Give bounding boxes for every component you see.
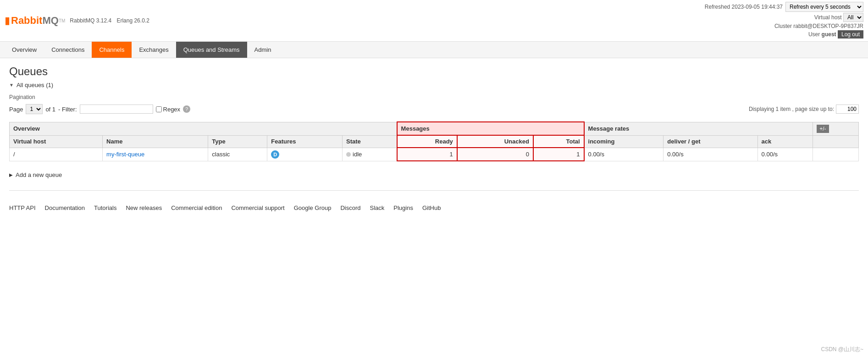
nav-overview[interactable]: Overview xyxy=(5,42,44,58)
footer-link-google-group[interactable]: Google Group xyxy=(294,204,332,211)
regex-label: Regex xyxy=(156,106,181,113)
all-queues-label: All queues (1) xyxy=(17,82,53,88)
user-value: guest xyxy=(822,31,836,38)
top-bar: ▮ RabbitMQTM RabbitMQ 3.12.4 Erlang 26.0… xyxy=(0,0,868,42)
add-queue-label: Add a new queue xyxy=(16,171,62,178)
state-dot-icon xyxy=(346,152,351,157)
footer-divider xyxy=(9,190,859,191)
rabbitmq-version: RabbitMQ 3.12.4 xyxy=(70,17,111,24)
page-size-input[interactable] xyxy=(836,105,859,114)
erlang-version: Erlang 26.0.2 xyxy=(116,17,149,24)
queue-name-link[interactable]: my-first-queue xyxy=(106,151,144,158)
footer-link-new-releases[interactable]: New releases xyxy=(126,204,162,211)
cell-extra xyxy=(813,148,859,161)
filter-input[interactable] xyxy=(80,105,153,114)
cell-features: D xyxy=(267,148,343,161)
rabbit-icon: ▮ xyxy=(5,15,10,27)
th-state: State xyxy=(343,135,397,148)
cell-state: idle xyxy=(343,148,397,161)
add-queue-section[interactable]: ▶ Add a new queue xyxy=(9,169,859,181)
virtual-host-label: Virtual host xyxy=(814,14,842,21)
logo-mq: MQ xyxy=(42,15,58,27)
th-virtual-host: Virtual host xyxy=(10,135,103,148)
displaying-info: Displaying 1 item , page size up to: xyxy=(749,105,859,114)
top-right-info: Refreshed 2023-09-05 19:44:37 Refresh ev… xyxy=(705,2,863,39)
footer-links: HTTP API Documentation Tutorials New rel… xyxy=(9,200,859,216)
logo-area: ▮ RabbitMQTM RabbitMQ 3.12.4 Erlang 26.0… xyxy=(5,15,153,27)
pagination-section: Pagination Page 1 of 1 - Filter: Regex ?… xyxy=(9,94,859,114)
refreshed-label: Refreshed 2023-09-05 19:44:37 xyxy=(705,4,783,10)
th-features: Features xyxy=(267,135,343,148)
nav-exchanges[interactable]: Exchanges xyxy=(132,42,176,58)
nav-connections[interactable]: Connections xyxy=(44,42,92,58)
th-extra xyxy=(813,135,859,148)
cell-unacked: 0 xyxy=(457,148,533,161)
cell-deliver-get: 0.00/s xyxy=(663,148,757,161)
footer-link-plugins[interactable]: Plugins xyxy=(393,204,413,211)
message-rates-group-header: Message rates xyxy=(584,122,813,135)
logo: ▮ RabbitMQTM xyxy=(5,15,65,27)
cell-total: 1 xyxy=(533,148,584,161)
messages-group-header: Messages xyxy=(397,122,584,135)
feature-badge-d: D xyxy=(271,150,279,159)
regex-checkbox[interactable] xyxy=(156,106,162,112)
main-content: Queues ▼ All queues (1) Pagination Page … xyxy=(0,58,868,223)
th-total: Total xyxy=(533,135,584,148)
cell-ready: 1 xyxy=(397,148,457,161)
th-deliver-get: deliver / get xyxy=(663,135,757,148)
th-ready: Ready xyxy=(397,135,457,148)
logo-rabbit: Rabbit xyxy=(11,15,42,27)
footer-link-commercial-edition[interactable]: Commercial edition xyxy=(171,204,222,211)
nav-channels[interactable]: Channels xyxy=(92,42,132,58)
footer-link-documentation[interactable]: Documentation xyxy=(45,204,85,211)
footer-link-commercial-support[interactable]: Commercial support xyxy=(231,204,284,211)
question-mark[interactable]: ? xyxy=(183,105,190,113)
th-ack: ack xyxy=(757,135,813,148)
virtual-host-row: Virtual host All xyxy=(705,13,863,22)
nav-admin[interactable]: Admin xyxy=(247,42,279,58)
refresh-select[interactable]: Refresh every 5 seconds Manually Refresh… xyxy=(785,2,863,12)
nav-queues[interactable]: Queues and Streams xyxy=(176,42,247,58)
th-incoming: incoming xyxy=(584,135,663,148)
table-row: / my-first-queue classic D idle 1 xyxy=(10,148,859,161)
state-idle: idle xyxy=(346,151,393,158)
collapse-triangle-icon: ▼ xyxy=(9,83,14,88)
th-name: Name xyxy=(103,135,208,148)
footer-link-tutorials[interactable]: Tutorials xyxy=(94,204,116,211)
pagination-label: Pagination xyxy=(9,94,859,100)
logo-tm: TM xyxy=(59,18,65,23)
cell-virtual-host: / xyxy=(10,148,103,161)
cluster-value: rabbit@DESKTOP-9P837JR xyxy=(793,23,863,29)
th-unacked: Unacked xyxy=(457,135,533,148)
nav-bar: Overview Connections Channels Exchanges … xyxy=(0,42,868,58)
group-header-row: Overview Messages Message rates +/- xyxy=(10,122,859,135)
footer-link-github[interactable]: GitHub xyxy=(422,204,441,211)
queue-table-wrapper: Overview Messages Message rates +/- Virt… xyxy=(9,121,859,161)
cell-ack: 0.00/s xyxy=(757,148,813,161)
cell-incoming: 0.00/s xyxy=(584,148,663,161)
version-info: RabbitMQ 3.12.4 Erlang 26.0.2 xyxy=(70,17,153,24)
th-type: Type xyxy=(208,135,267,148)
cluster-row: Cluster rabbit@DESKTOP-9P837JR xyxy=(705,23,863,29)
all-queues-toggle[interactable]: ▼ All queues (1) xyxy=(9,82,859,88)
page-title: Queues xyxy=(9,65,859,78)
footer-link-http-api[interactable]: HTTP API xyxy=(9,204,36,211)
page-select[interactable]: 1 xyxy=(26,104,43,114)
logout-button[interactable]: Log out xyxy=(838,30,863,39)
displaying-label: Displaying 1 item , page size up to: xyxy=(749,106,834,112)
plus-minus-btn-cell: +/- xyxy=(813,122,859,135)
state-label: idle xyxy=(353,151,362,158)
refresh-row: Refreshed 2023-09-05 19:44:37 Refresh ev… xyxy=(705,2,863,12)
of-label: of 1 xyxy=(45,106,55,113)
overview-group-header: Overview xyxy=(10,122,397,135)
plus-minus-button[interactable]: +/- xyxy=(817,125,829,133)
footer-link-slack[interactable]: Slack xyxy=(370,204,385,211)
virtual-host-select[interactable]: All xyxy=(843,13,863,22)
queue-table: Overview Messages Message rates +/- Virt… xyxy=(9,121,859,161)
user-label: User xyxy=(808,31,820,38)
filter-label: - Filter: xyxy=(58,106,77,113)
cluster-label: Cluster xyxy=(774,23,792,29)
user-row: User guest Log out xyxy=(705,30,863,39)
footer-link-discord[interactable]: Discord xyxy=(340,204,360,211)
pagination-row: Page 1 of 1 - Filter: Regex ? Displaying… xyxy=(9,104,859,114)
